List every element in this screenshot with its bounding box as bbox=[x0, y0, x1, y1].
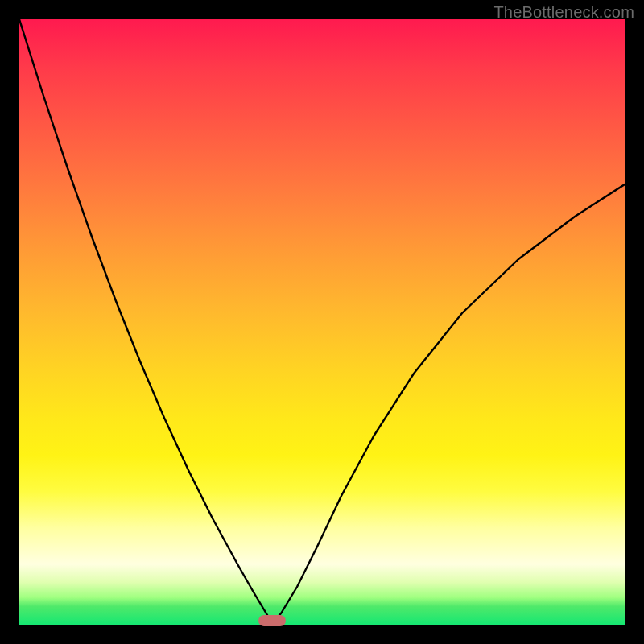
bottleneck-curve bbox=[19, 19, 625, 625]
watermark-text: TheBottleneck.com bbox=[493, 3, 634, 22]
optimal-marker bbox=[258, 615, 286, 626]
plot-area bbox=[19, 19, 625, 625]
